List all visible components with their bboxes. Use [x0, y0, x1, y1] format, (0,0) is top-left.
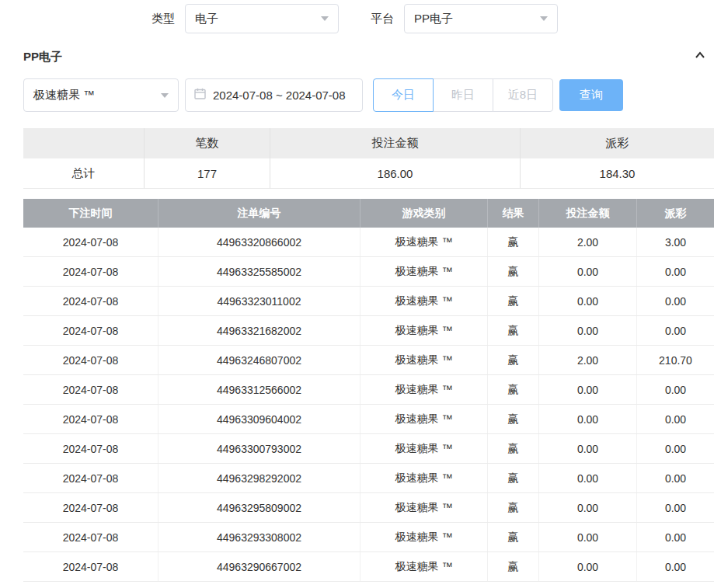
- section-title: PP电子: [23, 50, 62, 64]
- summary-header-payout: 派彩: [521, 128, 714, 158]
- game-select[interactable]: 极速糖果 ™: [23, 78, 179, 112]
- cell-bet-id: 44963320866002: [158, 228, 360, 256]
- chevron-up-icon: [694, 50, 706, 64]
- platform-select[interactable]: PP电子: [404, 4, 558, 33]
- platform-label: 平台: [371, 12, 394, 26]
- cell-game-type: 极速糖果 ™: [360, 375, 488, 404]
- cell-payout: 0.00: [637, 552, 714, 581]
- last-8-days-button[interactable]: 近8日: [493, 78, 553, 112]
- cell-bet-amount: 2.00: [539, 228, 637, 256]
- cell-bet-time: 2024-07-08: [23, 552, 158, 581]
- summary-total-row: 总计 177 186.00 184.30: [23, 158, 714, 189]
- cell-bet-amount: 0.00: [539, 287, 637, 315]
- cell-bet-id: 44963293308002: [158, 523, 360, 551]
- summary-header-count: 笔数: [145, 128, 270, 158]
- query-button[interactable]: 查询: [559, 79, 623, 111]
- cell-payout: 0.00: [637, 316, 714, 345]
- cell-bet-id: 44963295809002: [158, 493, 360, 522]
- header-bet-time: 下注时间: [23, 199, 158, 228]
- cell-payout: 0.00: [637, 375, 714, 404]
- game-select-value: 极速糖果 ™: [33, 88, 95, 103]
- summary-header-row: 笔数 投注金额 派彩: [23, 128, 714, 158]
- cell-result: 赢: [488, 405, 539, 433]
- section-header: PP电子: [0, 49, 714, 64]
- yesterday-button[interactable]: 昨日: [433, 78, 493, 112]
- cell-game-type: 极速糖果 ™: [360, 346, 488, 374]
- cell-payout: 0.00: [637, 523, 714, 551]
- cell-bet-amount: 0.00: [539, 464, 637, 492]
- cell-game-type: 极速糖果 ™: [360, 493, 488, 522]
- platform-select-value: PP电子: [414, 12, 453, 26]
- chevron-down-icon: [540, 16, 548, 21]
- chevron-down-icon: [161, 93, 169, 98]
- cell-bet-amount: 0.00: [539, 493, 637, 522]
- cell-game-type: 极速糖果 ™: [360, 228, 488, 256]
- table-row: 2024-07-08 44963295809002 极速糖果 ™ 赢 0.00 …: [23, 493, 714, 523]
- cell-bet-time: 2024-07-08: [23, 493, 158, 522]
- cell-bet-time: 2024-07-08: [23, 257, 158, 286]
- table-row: 2024-07-08 44963300793002 极速糖果 ™ 赢 0.00 …: [23, 434, 714, 464]
- date-range-picker[interactable]: 2024-07-08 ~ 2024-07-08: [185, 78, 363, 112]
- cell-payout: 0.00: [637, 434, 714, 463]
- type-select[interactable]: 电子: [185, 4, 339, 33]
- summary-total-count: 177: [145, 158, 270, 189]
- cell-payout: 0.00: [637, 464, 714, 492]
- cell-game-type: 极速糖果 ™: [360, 523, 488, 551]
- bet-table-header-row: 下注时间 注单编号 游戏类别 结果 投注金额 派彩: [23, 199, 714, 228]
- cell-payout: 0.00: [637, 405, 714, 433]
- filter-bar: 类型 电子 平台 PP电子: [0, 4, 714, 33]
- cell-bet-time: 2024-07-08: [23, 464, 158, 492]
- table-row: 2024-07-08 44963320866002 极速糖果 ™ 赢 2.00 …: [23, 228, 714, 257]
- controls-bar: 极速糖果 ™ 2024-07-08 ~ 2024-07-08 今日 昨日 近8日…: [0, 78, 714, 112]
- cell-bet-id: 44963290667002: [158, 552, 360, 581]
- bet-table-body: 2024-07-08 44963320866002 极速糖果 ™ 赢 2.00 …: [23, 228, 714, 582]
- cell-result: 赢: [488, 464, 539, 492]
- cell-bet-amount: 0.00: [539, 375, 637, 404]
- cell-bet-id: 44963325585002: [158, 257, 360, 286]
- cell-result: 赢: [488, 552, 539, 581]
- summary-header-bet-amount: 投注金额: [270, 128, 521, 158]
- table-row: 2024-07-08 44963323011002 极速糖果 ™ 赢 0.00 …: [23, 287, 714, 316]
- header-payout: 派彩: [637, 199, 714, 228]
- cell-result: 赢: [488, 228, 539, 256]
- cell-game-type: 极速糖果 ™: [360, 552, 488, 581]
- cell-result: 赢: [488, 346, 539, 374]
- cell-bet-id: 44963312566002: [158, 375, 360, 404]
- cell-game-type: 极速糖果 ™: [360, 434, 488, 463]
- table-row: 2024-07-08 44963312566002 极速糖果 ™ 赢 0.00 …: [23, 375, 714, 405]
- cell-payout: 0.00: [637, 257, 714, 286]
- summary-total-label: 总计: [23, 158, 145, 189]
- cell-bet-amount: 2.00: [539, 346, 637, 374]
- cell-bet-id: 44963246807002: [158, 346, 360, 374]
- summary-total-payout: 184.30: [521, 158, 714, 189]
- cell-bet-time: 2024-07-08: [23, 287, 158, 315]
- type-label: 类型: [152, 12, 175, 26]
- summary-header-blank: [23, 128, 145, 158]
- table-row: 2024-07-08 44963321682002 极速糖果 ™ 赢 0.00 …: [23, 316, 714, 346]
- table-row: 2024-07-08 44963290667002 极速糖果 ™ 赢 0.00 …: [23, 552, 714, 582]
- cell-result: 赢: [488, 375, 539, 404]
- summary-total-bet-amount: 186.00: [270, 158, 521, 189]
- collapse-section-button[interactable]: [694, 50, 706, 64]
- today-button[interactable]: 今日: [373, 78, 434, 112]
- table-row: 2024-07-08 44963325585002 极速糖果 ™ 赢 0.00 …: [23, 257, 714, 287]
- chevron-down-icon: [321, 16, 329, 21]
- cell-game-type: 极速糖果 ™: [360, 405, 488, 433]
- cell-bet-id: 44963300793002: [158, 434, 360, 463]
- cell-result: 赢: [488, 493, 539, 522]
- calendar-icon: [194, 88, 206, 103]
- header-bet-id: 注单编号: [158, 199, 360, 228]
- header-game-type: 游戏类别: [360, 199, 488, 228]
- cell-bet-amount: 0.00: [539, 434, 637, 463]
- cell-game-type: 极速糖果 ™: [360, 464, 488, 492]
- bet-records-table: 下注时间 注单编号 游戏类别 结果 投注金额 派彩 2024-07-08 449…: [23, 199, 714, 582]
- table-row: 2024-07-08 44963309604002 极速糖果 ™ 赢 0.00 …: [23, 405, 714, 434]
- cell-bet-amount: 0.00: [539, 257, 637, 286]
- type-select-value: 电子: [195, 12, 218, 26]
- cell-bet-id: 44963323011002: [158, 287, 360, 315]
- cell-bet-time: 2024-07-08: [23, 375, 158, 404]
- cell-game-type: 极速糖果 ™: [360, 257, 488, 286]
- cell-bet-id: 44963298292002: [158, 464, 360, 492]
- cell-bet-time: 2024-07-08: [23, 228, 158, 256]
- header-bet-amount: 投注金额: [539, 199, 637, 228]
